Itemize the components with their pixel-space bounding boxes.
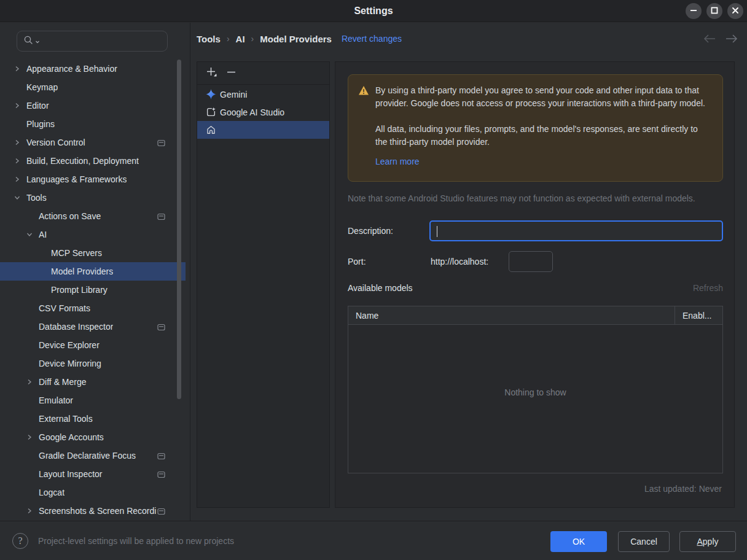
sidebar-item-label: Layout Inspector <box>39 469 103 479</box>
sidebar-item-keymap[interactable]: Keymap <box>0 78 186 96</box>
ok-button[interactable]: OK <box>550 531 607 552</box>
breadcrumb-item-ai[interactable]: AI <box>236 34 245 44</box>
column-header-name[interactable]: Name <box>348 306 675 324</box>
gemini-icon <box>206 89 216 99</box>
sidebar-item-external-tools[interactable]: External Tools <box>0 410 186 428</box>
settings-badge-icon <box>157 452 165 462</box>
sidebar-item-csv-formats[interactable]: CSV Formats <box>0 299 186 317</box>
forward-button[interactable] <box>725 33 738 46</box>
chevron-right-icon[interactable] <box>12 101 22 111</box>
sidebar-item-label: Keymap <box>26 82 58 92</box>
maximize-button[interactable] <box>706 3 722 19</box>
sidebar-item-label: Build, Execution, Deployment <box>26 156 139 166</box>
minimize-icon <box>690 7 697 16</box>
sidebar-item-screenshots-screen-recordi[interactable]: Screenshots & Screen Recordi <box>0 502 186 520</box>
back-button[interactable] <box>703 33 716 46</box>
sidebar-item-database-inspector[interactable]: Database Inspector <box>0 317 186 336</box>
sidebar-item-label: Gradle Declarative Focus <box>39 451 136 461</box>
sidebar-item-label: Device Mirroring <box>39 359 101 368</box>
chevron-right-icon[interactable] <box>25 432 34 442</box>
chevron-right-icon[interactable] <box>25 506 34 516</box>
provider-item-google-ai-studio[interactable]: Google AI Studio <box>197 103 329 121</box>
warning-paragraph-1: By using a third-party model you agree t… <box>375 84 710 110</box>
search-input[interactable] <box>17 31 168 52</box>
sidebar-item-tools[interactable]: Tools <box>0 189 186 207</box>
sidebar-item-label: Device Explorer <box>39 340 100 350</box>
text-caret <box>437 226 437 237</box>
provider-item-label: Gemini <box>220 90 247 99</box>
models-table-body: Nothing to show <box>348 325 722 473</box>
sidebar-item-languages-frameworks[interactable]: Languages & Frameworks <box>0 170 186 189</box>
sidebar-item-actions-on-save[interactable]: Actions on Save <box>0 207 186 225</box>
chevron-right-icon[interactable] <box>25 377 34 387</box>
history-navigation <box>703 33 738 46</box>
page-title: Settings <box>0 0 747 22</box>
chevron-right-icon[interactable] <box>12 156 22 166</box>
apply-button[interactable]: Apply <box>679 531 736 552</box>
sidebar-item-build-execution-deployment[interactable]: Build, Execution, Deployment <box>0 152 186 170</box>
column-header-enabled[interactable]: Enabl... <box>675 306 722 324</box>
sidebar-item-label: Languages & Frameworks <box>26 174 127 184</box>
sidebar-item-device-explorer[interactable]: Device Explorer <box>0 336 186 354</box>
sidebar-item-device-mirroring[interactable]: Device Mirroring <box>0 354 186 373</box>
provider-item-custom[interactable] <box>197 121 329 139</box>
sidebar-item-emulator[interactable]: Emulator <box>0 391 186 410</box>
sidebar-item-diff-merge[interactable]: Diff & Merge <box>0 373 186 391</box>
settings-badge-icon <box>157 323 165 333</box>
settings-badge-icon <box>157 139 165 149</box>
sidebar-item-label: Model Providers <box>51 266 113 276</box>
empty-state-text: Nothing to show <box>348 387 722 397</box>
localhost-prefix: http://localhost: <box>431 251 488 272</box>
provider-item-gemini[interactable]: Gemini <box>197 85 329 103</box>
provider-list: GeminiGoogle AI Studio <box>197 85 329 139</box>
sidebar-item-gradle-declarative-focus[interactable]: Gradle Declarative Focus <box>0 446 186 465</box>
footer-message: Project-level settings will be applied t… <box>38 521 234 560</box>
sidebar-item-label: External Tools <box>39 414 93 424</box>
minimize-button[interactable] <box>686 3 702 19</box>
sidebar-item-label: Google Accounts <box>39 432 104 442</box>
sidebar-item-editor[interactable]: Editor <box>0 96 186 115</box>
cancel-button[interactable]: Cancel <box>618 531 670 552</box>
plus-icon <box>206 66 217 80</box>
window-titlebar: Settings <box>0 0 747 22</box>
chevron-right-icon[interactable] <box>12 138 22 147</box>
arrow-left-icon <box>703 37 716 46</box>
learn-more-link[interactable]: Learn more <box>375 155 420 168</box>
provider-toolbar <box>197 62 329 85</box>
warning-paragraph-2: All data, including your files, prompts,… <box>375 123 710 149</box>
minus-icon <box>226 67 237 79</box>
sidebar-item-label: CSV Formats <box>39 303 90 313</box>
add-provider-button[interactable] <box>205 66 218 80</box>
sidebar-item-plugins[interactable]: Plugins <box>0 115 186 133</box>
sidebar-item-label: AI <box>39 230 47 239</box>
breadcrumb-separator: › <box>251 34 254 44</box>
sidebar-item-label: Version Control <box>26 138 85 147</box>
chevron-down-icon[interactable] <box>25 230 34 239</box>
sidebar-item-label: Actions on Save <box>39 211 101 221</box>
external-models-note: Note that some Android Studio features m… <box>348 193 695 203</box>
sidebar-item-appearance-behavior[interactable]: Appearance & Behavior <box>0 60 186 78</box>
provider-detail-panel: By using a third-party model you agree t… <box>335 61 735 508</box>
sidebar-item-prompt-library[interactable]: Prompt Library <box>0 281 186 299</box>
arrow-right-icon <box>725 37 738 46</box>
sidebar-item-logcat[interactable]: Logcat <box>0 483 186 502</box>
close-button[interactable] <box>727 3 743 19</box>
sidebar-item-layout-inspector[interactable]: Layout Inspector <box>0 465 186 483</box>
chevron-right-icon[interactable] <box>12 174 22 184</box>
sidebar-item-mcp-servers[interactable]: MCP Servers <box>0 244 186 262</box>
sidebar-item-model-providers[interactable]: Model Providers <box>0 262 186 281</box>
port-input[interactable] <box>509 251 553 272</box>
revert-changes-link[interactable]: Revert changes <box>342 34 402 44</box>
chevron-right-icon[interactable] <box>12 64 22 74</box>
refresh-link[interactable]: Refresh <box>693 283 723 293</box>
home-icon <box>206 125 216 135</box>
help-button[interactable]: ? <box>12 533 28 549</box>
description-input[interactable] <box>429 220 723 241</box>
sidebar-scrollbar[interactable] <box>177 60 181 399</box>
sidebar-item-google-accounts[interactable]: Google Accounts <box>0 428 186 446</box>
chevron-down-icon[interactable] <box>12 193 22 203</box>
sidebar-item-version-control[interactable]: Version Control <box>0 133 186 152</box>
breadcrumb-item-tools[interactable]: Tools <box>197 34 221 44</box>
remove-provider-button[interactable] <box>224 66 238 80</box>
sidebar-item-ai[interactable]: AI <box>0 225 186 244</box>
